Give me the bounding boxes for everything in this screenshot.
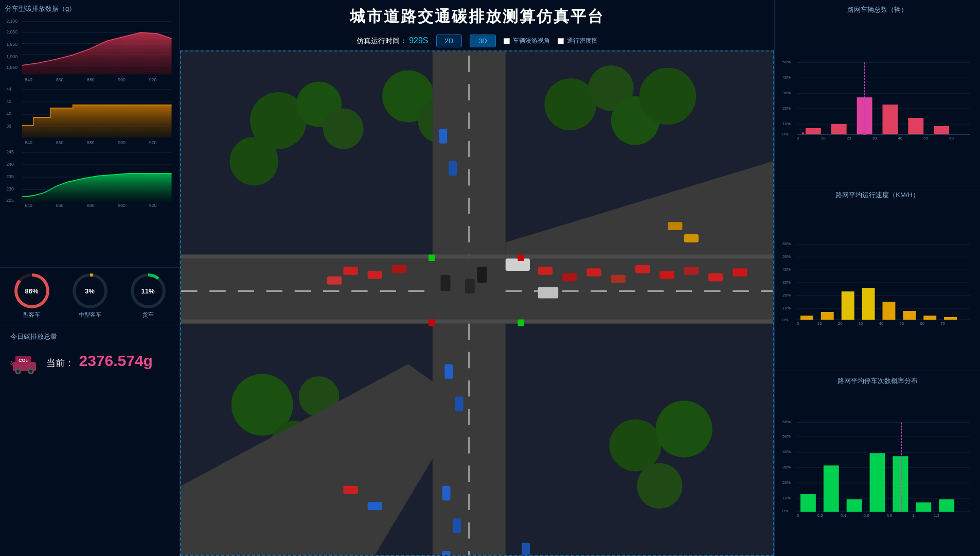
donut-mid-car: 3% 中型客车 — [72, 273, 108, 319]
svg-text:40%: 40% — [782, 268, 791, 272]
carbon-prefix: 当前： — [46, 358, 74, 368]
svg-text:38: 38 — [6, 124, 11, 129]
svg-rect-107 — [441, 275, 451, 291]
svg-text:40: 40 — [898, 136, 902, 141]
donut-truck-chart: 11% — [130, 273, 166, 309]
svg-text:1,900: 1,900 — [6, 54, 17, 59]
main-layout: 分车型碳排放数据（g） 2,100 2,050 1,950 1,900 1 — [0, 0, 980, 556]
svg-rect-97 — [684, 267, 699, 275]
svg-rect-99 — [733, 268, 747, 276]
svg-rect-86 — [181, 320, 773, 324]
svg-rect-89 — [392, 265, 406, 273]
svg-text:920: 920 — [149, 140, 157, 145]
svg-rect-85 — [181, 254, 773, 258]
svg-point-76 — [655, 401, 712, 457]
svg-rect-92 — [562, 273, 577, 282]
svg-rect-114 — [343, 486, 358, 494]
svg-rect-96 — [660, 271, 674, 279]
svg-text:70: 70 — [940, 321, 945, 326]
map-container[interactable] — [180, 50, 774, 556]
svg-rect-109 — [477, 267, 487, 283]
svg-text:40%: 40% — [782, 75, 791, 80]
svg-text:2,100: 2,100 — [6, 19, 17, 24]
svg-text:10%: 10% — [782, 496, 791, 500]
svg-text:0.2: 0.2 — [817, 513, 824, 518]
right-chart-2: 路网平均运行速度（KM/H） 60% 50% 40% 30% 20% 10% 0… — [775, 185, 980, 371]
svg-rect-200 — [916, 502, 931, 512]
svg-point-70 — [639, 68, 696, 125]
svg-text:0%: 0% — [782, 509, 789, 513]
btn-2d[interactable]: 2D — [436, 34, 462, 47]
sim-time-label: 仿真运行时间： — [357, 37, 407, 45]
svg-rect-138 — [908, 118, 923, 134]
chart-section-title: 分车型碳排放数据（g） — [5, 4, 174, 13]
svg-marker-15 — [22, 32, 172, 75]
chart2-svg: 44 42 40 38 840 860 880 900 920 — [5, 83, 174, 145]
center-controls: 仿真运行时间： 929S 2D 3D 车辆漫游视角 通行密度图 — [357, 34, 598, 47]
svg-text:1,950: 1,950 — [6, 42, 17, 47]
bar-chart-3-svg: 58% 50% 40% 30% 20% 10% 0% — [782, 388, 972, 551]
right-panel: 路网车辆总数（辆） 50% 40% 30% 20% 10% 0% — [774, 0, 980, 556]
svg-text:50: 50 — [923, 136, 928, 141]
svg-rect-110 — [506, 258, 530, 271]
svg-text:20%: 20% — [782, 293, 791, 298]
svg-text:10: 10 — [817, 321, 822, 326]
toggle-vehicle-label: 车辆漫游视角 — [513, 37, 550, 45]
svg-point-74 — [610, 419, 662, 471]
svg-text:240: 240 — [6, 162, 14, 167]
svg-text:0: 0 — [797, 136, 799, 141]
bar-chart-1-svg: 50% 40% 30% 20% 10% 0% — [782, 17, 972, 180]
svg-text:0: 0 — [797, 321, 799, 326]
svg-rect-100 — [439, 129, 447, 143]
svg-text:30%: 30% — [782, 280, 791, 285]
svg-text:225: 225 — [6, 198, 14, 203]
svg-text:10%: 10% — [782, 306, 791, 310]
svg-text:58%: 58% — [782, 420, 791, 424]
svg-point-64 — [323, 109, 364, 149]
donut-mid-car-value: 3% — [85, 287, 95, 295]
svg-text:30%: 30% — [782, 91, 791, 95]
svg-point-75 — [637, 463, 682, 509]
svg-text:900: 900 — [118, 202, 126, 207]
right-chart-2-title: 路网平均运行速度（KM/H） — [782, 190, 972, 200]
svg-text:30: 30 — [872, 136, 877, 141]
donut-mid-car-label: 中型客车 — [79, 311, 101, 319]
svg-marker-44 — [22, 173, 172, 202]
svg-text:0: 0 — [797, 513, 799, 518]
toggle-density-box[interactable] — [558, 38, 564, 44]
svg-rect-134 — [831, 124, 847, 134]
toggle-vehicle[interactable]: 车辆漫游视角 — [504, 37, 550, 45]
bar-chart-1-area: 50% 40% 30% 20% 10% 0% — [782, 17, 972, 180]
svg-rect-116 — [522, 543, 530, 555]
svg-rect-112 — [668, 222, 682, 230]
svg-text:0%: 0% — [782, 318, 789, 322]
svg-rect-117 — [429, 254, 435, 261]
toggle-density[interactable]: 通行密度图 — [558, 37, 598, 45]
svg-line-58 — [11, 361, 13, 364]
co2-svg: CO₂ — [10, 346, 39, 375]
svg-rect-94 — [611, 275, 626, 283]
svg-text:20%: 20% — [782, 106, 791, 111]
btn-3d[interactable]: 3D — [470, 34, 496, 47]
carbon-display: 当前： 2376.574g — [46, 352, 153, 370]
svg-rect-167 — [862, 288, 875, 320]
bar-chart-2-svg: 60% 50% 40% 30% 20% 10% 0% — [782, 202, 972, 365]
left-panel: 分车型碳排放数据（g） 2,100 2,050 1,950 1,900 1 — [0, 0, 180, 556]
svg-rect-120 — [518, 320, 524, 326]
svg-text:920: 920 — [149, 77, 157, 82]
svg-text:860: 860 — [56, 77, 64, 82]
right-chart-1-title: 路网车辆总数（辆） — [782, 5, 972, 14]
svg-text:10: 10 — [821, 136, 826, 141]
svg-text:880: 880 — [87, 202, 95, 207]
toggle-vehicle-box[interactable] — [504, 38, 510, 44]
chart-3: 245 240 235 230 225 840 860 880 900 920 — [5, 146, 174, 208]
svg-text:0.6: 0.6 — [864, 513, 870, 518]
svg-text:50: 50 — [899, 321, 904, 326]
svg-rect-115 — [368, 502, 382, 510]
svg-rect-139 — [934, 126, 949, 134]
donut-truck-label: 货车 — [142, 311, 154, 319]
svg-text:30: 30 — [859, 321, 863, 326]
svg-rect-119 — [429, 320, 435, 326]
bar-chart-2-area: 60% 50% 40% 30% 20% 10% 0% — [782, 202, 972, 365]
svg-rect-95 — [635, 265, 650, 273]
